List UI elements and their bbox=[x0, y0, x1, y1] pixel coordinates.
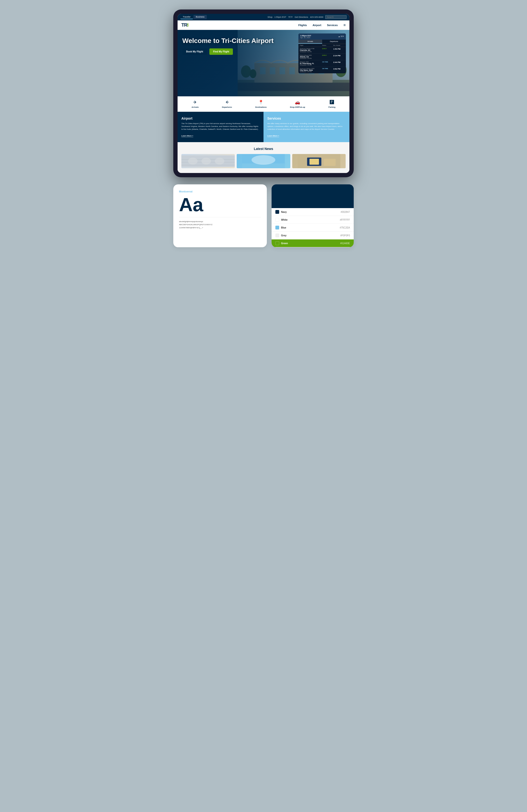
hamburger-icon[interactable]: ≡ bbox=[343, 23, 346, 27]
svg-rect-17 bbox=[181, 165, 235, 165]
flight-row-3: Allegiant 1091 St. Petersburg, FL Schedu… bbox=[298, 60, 346, 67]
airport-learn-more[interactable]: Learn More > bbox=[181, 135, 193, 137]
services-section-text: We offer many services to our guests, in… bbox=[267, 122, 346, 131]
color-swatch-grey bbox=[275, 233, 279, 237]
airport-section: Airport The Tri-Cities Airport (TRI) is … bbox=[177, 112, 264, 142]
color-swatch-blue bbox=[275, 226, 279, 230]
arrivals-tab[interactable]: Arrivals bbox=[298, 40, 322, 44]
nav-airport[interactable]: Airport bbox=[313, 24, 322, 27]
font-uppercase: ABCDEFGHIJKLMNOPQRSTUVWXYZ bbox=[179, 223, 261, 227]
time-display: 1:55pm EST bbox=[274, 16, 286, 18]
destinations-label: Destinations bbox=[255, 106, 267, 108]
svg-point-19 bbox=[201, 158, 211, 165]
phone-display: 423-325-6000 bbox=[310, 16, 323, 18]
temp-display: 75°F bbox=[288, 16, 293, 18]
color-name-navy: Navy bbox=[275, 210, 287, 214]
flight-board-weather: ☁ 75°F bbox=[338, 35, 344, 38]
services-section: Services We offer many services to our g… bbox=[264, 112, 350, 142]
color-name-blue: Blue bbox=[275, 226, 286, 230]
color-swatch-navy-large bbox=[272, 184, 354, 208]
color-hex-blue: #75C2EA bbox=[340, 227, 350, 229]
color-name-green: Green bbox=[275, 241, 288, 245]
directions-link[interactable]: Get Directions bbox=[295, 16, 308, 18]
news-grid bbox=[181, 154, 346, 168]
qn-departures[interactable]: ✈ Departures bbox=[222, 100, 232, 108]
news-image-2 bbox=[237, 154, 290, 168]
color-row-white: White #FFFFFF bbox=[272, 216, 354, 224]
parking-icon: 🅿 bbox=[330, 100, 334, 105]
svg-point-23 bbox=[252, 155, 275, 165]
color-hex-navy: #002847 bbox=[341, 211, 350, 213]
color-row-grey: Grey #F0F0F0 bbox=[272, 232, 354, 240]
font-card: Montserrat Aa abcdefghijklmnopqrstuvwxyz… bbox=[173, 184, 267, 247]
qn-destinations[interactable]: 📍 Destinations bbox=[255, 100, 267, 108]
font-numbers: 1234567890!@#$%^&*()_.,+ bbox=[179, 227, 261, 230]
tab-traveler[interactable]: Traveler bbox=[181, 15, 193, 19]
departures-icon: ✈ bbox=[225, 100, 229, 105]
svg-rect-27 bbox=[324, 159, 336, 166]
find-my-flight-button[interactable]: Find My Flight bbox=[209, 48, 233, 55]
departures-label: Departures bbox=[222, 106, 232, 108]
news-image-1 bbox=[181, 154, 235, 168]
services-learn-more[interactable]: Learn More > bbox=[267, 135, 279, 137]
svg-point-18 bbox=[188, 158, 198, 165]
color-card: Navy #002847 White #FFFFFF Blue #75C2EA bbox=[272, 184, 354, 247]
news-card-3[interactable] bbox=[292, 154, 346, 168]
flight-board-tabs: Arrivals Departures bbox=[298, 40, 346, 44]
tab-group: Traveler Business bbox=[181, 15, 207, 19]
flight-row-1: American Airlines 5789 Charlotte, NC Sch… bbox=[298, 47, 346, 54]
news-title: Latest News bbox=[181, 147, 346, 151]
qn-arrivals[interactable]: ✈ Arrivals bbox=[191, 100, 199, 108]
destinations-icon: 📍 bbox=[258, 100, 264, 105]
news-card-1[interactable] bbox=[181, 154, 235, 168]
color-swatch-white bbox=[275, 218, 279, 222]
parking-label: Parking bbox=[329, 106, 336, 108]
color-row-blue: Blue #75C2EA bbox=[272, 224, 354, 232]
svg-point-20 bbox=[215, 158, 224, 165]
nav-logo[interactable]: TRI bbox=[181, 22, 188, 28]
top-bar: Traveler Business Shop 1:55pm EST 75°F G… bbox=[177, 14, 350, 20]
quick-nav: ✈ Arrivals ✈ Departures 📍 Destinations 🚗… bbox=[177, 96, 350, 112]
nav-flights[interactable]: Flights bbox=[298, 24, 307, 27]
flight-row-4: American Airlines 3903 City Name, State … bbox=[298, 67, 346, 73]
latest-news-section: Latest News bbox=[177, 142, 350, 173]
main-nav: TRI Flights Airport Services ≡ bbox=[177, 20, 350, 30]
tablet-frame: Traveler Business Shop 1:55pm EST 75°F G… bbox=[173, 10, 354, 177]
font-name: Montserrat bbox=[179, 190, 261, 193]
news-image-3 bbox=[292, 154, 346, 168]
arrivals-label: Arrivals bbox=[191, 106, 199, 108]
color-row-green: Green #61A60E bbox=[272, 240, 354, 247]
flight-board: 1:55pm EST Apr. 26, 2024 ☁ 75°F Arrivals… bbox=[298, 33, 346, 73]
color-swatch-navy bbox=[275, 210, 279, 214]
flight-board-time: 1:55pm EST Apr. 26, 2024 bbox=[300, 35, 311, 39]
color-hex-green: #61A60E bbox=[340, 242, 350, 245]
flight-board-col-headers: FlightStatusEst. Arrival bbox=[298, 44, 346, 47]
search-input[interactable] bbox=[325, 15, 346, 19]
info-sections: Airport The Tri-Cities Airport (TRI) is … bbox=[177, 112, 350, 142]
airport-section-text: The Tri-Cities Airport (TRI) is your ful… bbox=[181, 122, 260, 131]
book-my-flight-button[interactable]: Book My Flight bbox=[182, 48, 207, 55]
color-name-grey: Grey bbox=[275, 233, 286, 237]
font-divider bbox=[179, 217, 261, 217]
news-card-2[interactable] bbox=[237, 154, 290, 168]
qn-dropoff[interactable]: 🚗 Drop-Off/Pick-up bbox=[290, 100, 305, 108]
flight-board-header: 1:55pm EST Apr. 26, 2024 ☁ 75°F bbox=[298, 33, 346, 40]
airport-section-title: Airport bbox=[181, 116, 260, 120]
color-hex-grey: #F0F0F0 bbox=[340, 234, 350, 237]
tab-business[interactable]: Business bbox=[194, 15, 207, 19]
departures-tab[interactable]: Departures bbox=[322, 40, 346, 44]
dropoff-label: Drop-Off/Pick-up bbox=[290, 106, 305, 108]
color-hex-white: #FFFFFF bbox=[340, 219, 350, 221]
font-lowercase: abcdefghijklmnopqrstuvwxyz bbox=[179, 220, 261, 223]
svg-rect-26 bbox=[309, 159, 319, 165]
arrivals-icon: ✈ bbox=[193, 100, 197, 105]
color-rows: Navy #002847 White #FFFFFF Blue #75C2EA bbox=[272, 208, 354, 247]
bottom-panels: Montserrat Aa abcdefghijklmnopqrstuvwxyz… bbox=[173, 184, 354, 247]
shop-link[interactable]: Shop bbox=[268, 16, 272, 18]
nav-services[interactable]: Services bbox=[327, 24, 338, 27]
flight-row-2: Delta Airlines 5483 Atlanta, GA Schedule… bbox=[298, 54, 346, 60]
hero-section: Welcome to Tri-Cities Airport Book My Fl… bbox=[177, 30, 350, 96]
qn-parking[interactable]: 🅿 Parking bbox=[329, 100, 336, 108]
color-swatch-green bbox=[275, 241, 279, 245]
tablet-screen: Traveler Business Shop 1:55pm EST 75°F G… bbox=[177, 14, 350, 173]
